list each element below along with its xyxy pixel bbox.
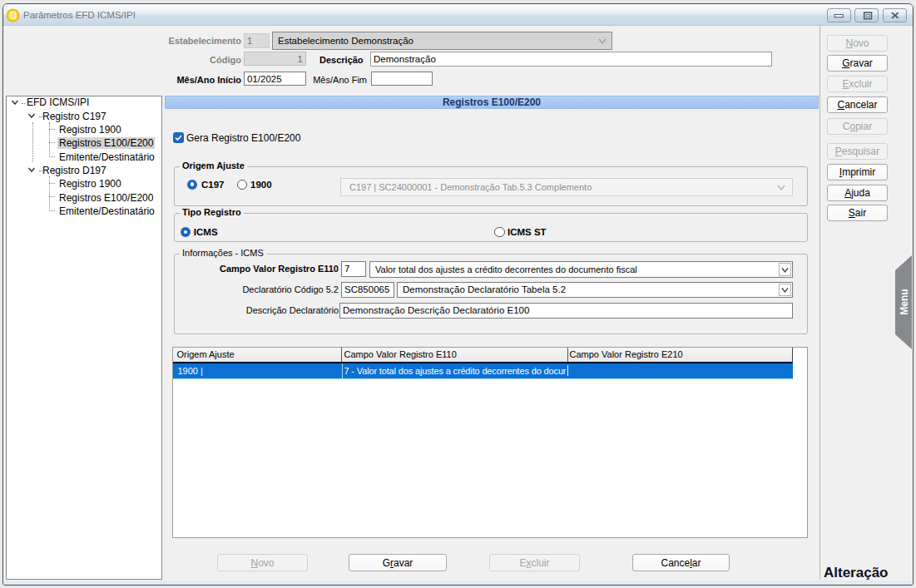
svg-text:Menu: Menu [899,289,910,314]
